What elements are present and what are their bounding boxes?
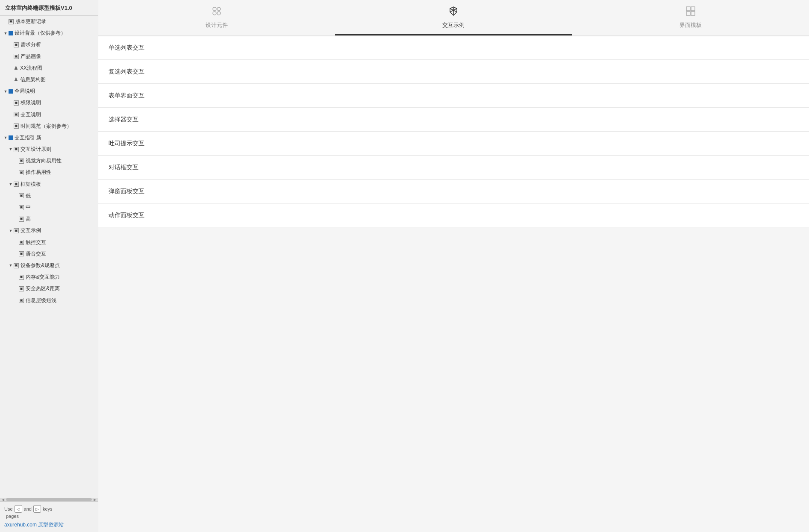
- sidebar-item-safe[interactable]: ▣ 安全热区&距离: [0, 283, 98, 294]
- interact-icon: [447, 5, 459, 19]
- tab-label-design: 设计元件: [206, 21, 228, 29]
- sidebar-item-interact-design[interactable]: ▼ ▣ 交互设计原则: [0, 144, 98, 155]
- section-popup[interactable]: 弹窗面板交互: [98, 180, 809, 203]
- right-key-icon: ▷: [33, 505, 41, 513]
- svg-rect-7: [686, 7, 690, 11]
- svg-rect-9: [686, 12, 690, 15]
- arrow-down-icon: ▼: [9, 147, 13, 152]
- hscroll-thumb[interactable]: [6, 498, 92, 501]
- arrow-down-icon: ▼: [9, 182, 13, 186]
- tab-label-template: 界面模板: [680, 21, 702, 29]
- sidebar-item-product[interactable]: ▣ 产品画像: [0, 51, 98, 62]
- svg-point-3: [217, 12, 221, 15]
- sidebar-item-interact-desc[interactable]: ▣ 交互说明: [0, 109, 98, 121]
- page-icon: ▣: [14, 54, 19, 59]
- sidebar-bottom: Use ◁ and ▷ keys pages axurehub.com 原型资源…: [0, 501, 98, 532]
- folder-icon: [9, 89, 13, 94]
- sidebar-item-time-spec[interactable]: ▣ 时间规范（案例参考）: [0, 121, 98, 132]
- sidebar-item-high[interactable]: ▣ 高: [0, 213, 98, 225]
- page-icon: ▣: [14, 147, 19, 152]
- section-selector[interactable]: 选择器交互: [98, 108, 809, 132]
- person-icon: ♟: [14, 64, 18, 72]
- grid-icon: [685, 5, 697, 19]
- keys-text: keys: [43, 506, 53, 511]
- sidebar-item-global-desc[interactable]: ▼ 全局说明: [0, 85, 98, 97]
- sidebar-item-device[interactable]: ▼ ▣ 设备参数&规避点: [0, 260, 98, 271]
- use-text: Use: [4, 506, 13, 511]
- sidebar-item-auth[interactable]: ▣ 权限说明: [0, 97, 98, 109]
- arrow-down-icon: ▼: [3, 31, 8, 35]
- sidebar-tree: ▣ 版本更新记录 ▼ 设计背景（仅供参考） ▣ 需求分析 ▣ 产品画像 ♟ XX…: [0, 16, 98, 498]
- left-key-icon: ◁: [15, 505, 22, 513]
- folder-icon: [9, 135, 13, 140]
- tab-label-interact: 交互示例: [442, 21, 465, 29]
- sidebar-item-interact-ex[interactable]: ▼ ▣ 交互示例: [0, 225, 98, 236]
- person-icon: ♟: [14, 76, 18, 84]
- sidebar-item-low[interactable]: ▣ 低: [0, 190, 98, 202]
- page-icon: ▣: [19, 275, 24, 280]
- page-icon: ▣: [14, 123, 19, 129]
- sidebar-item-mid[interactable]: ▣ 中: [0, 202, 98, 213]
- sidebar-item-frame[interactable]: ▼ ▣ 框架模板: [0, 179, 98, 190]
- sidebar-item-demand[interactable]: ▣ 需求分析: [0, 39, 98, 50]
- pages-text: pages: [6, 514, 94, 519]
- section-action[interactable]: 动作面板交互: [98, 204, 809, 227]
- svg-point-0: [213, 7, 216, 11]
- tabs-bar: 设计元件 交互示例 界面模板: [98, 0, 809, 36]
- tab-interact-example[interactable]: 交互示例: [335, 0, 572, 35]
- sidebar-item-design-bg[interactable]: ▼ 设计背景（仅供参考）: [0, 27, 98, 39]
- svg-rect-10: [691, 12, 695, 15]
- arrow-down-icon: ▼: [3, 89, 8, 94]
- arrow-down-icon: ▼: [9, 229, 13, 233]
- arrow-down-icon: ▼: [3, 135, 8, 140]
- page-icon: ▣: [9, 19, 14, 24]
- page-icon: ▣: [19, 217, 24, 222]
- section-single-list[interactable]: 单选列表交互: [98, 36, 809, 60]
- folder-icon: [9, 31, 13, 35]
- page-icon: ▣: [19, 251, 24, 256]
- sidebar-item-info-level[interactable]: ▣ 信息层级短浅: [0, 295, 98, 306]
- page-icon: ▣: [14, 263, 19, 268]
- page-icon: ▣: [14, 182, 19, 187]
- page-icon: ▣: [19, 159, 24, 164]
- sidebar-item-xx-flow[interactable]: ♟ XX流程图: [0, 62, 98, 74]
- svg-rect-8: [691, 7, 695, 11]
- page-icon: ▣: [19, 193, 24, 198]
- page-icon: ▣: [14, 112, 19, 117]
- svg-point-2: [213, 12, 216, 15]
- components-icon: [211, 5, 223, 19]
- page-icon: ▣: [14, 42, 19, 47]
- sidebar-hscroll[interactable]: ◀ ▶: [0, 498, 98, 501]
- sidebar-item-memory[interactable]: ▣ 内存&交互能力: [0, 271, 98, 283]
- sidebar-item-interact-guide[interactable]: ▼ 交互指引 新: [0, 132, 98, 144]
- tab-design-elements[interactable]: 设计元件: [98, 0, 335, 35]
- sidebar-item-visual[interactable]: ▣ 视觉方向易用性: [0, 155, 98, 167]
- sidebar-item-touch[interactable]: ▣ 触控交互: [0, 237, 98, 248]
- section-multi-list[interactable]: 复选列表交互: [98, 60, 809, 84]
- sidebar-item-version[interactable]: ▣ 版本更新记录: [0, 16, 98, 27]
- content-area: 单选列表交互 复选列表交互 表单界面交互 选择器交互 吐司提示交互 对话框交互 …: [98, 36, 809, 532]
- page-icon: ▣: [19, 205, 24, 210]
- app-title: 立林室内终端原型模板V1.0: [0, 0, 98, 16]
- tab-ui-template[interactable]: 界面模板: [572, 0, 809, 35]
- section-dialog[interactable]: 对话框交互: [98, 156, 809, 179]
- page-icon: ▣: [19, 286, 24, 291]
- and-text: and: [24, 506, 32, 511]
- section-form[interactable]: 表单界面交互: [98, 84, 809, 108]
- keys-hint: Use ◁ and ▷ keys: [4, 505, 94, 513]
- section-toast[interactable]: 吐司提示交互: [98, 132, 809, 156]
- brand-link[interactable]: axurehub.com 原型资源站: [4, 521, 94, 529]
- sidebar-item-op-ease[interactable]: ▣ 操作易用性: [0, 167, 98, 178]
- page-icon: ▣: [19, 170, 24, 175]
- sidebar-item-voice[interactable]: ▣ 语音交互: [0, 248, 98, 260]
- page-icon: ▣: [14, 100, 19, 106]
- main-area: 设计元件 交互示例 界面模板: [98, 0, 809, 532]
- arrow-down-icon: ▼: [9, 264, 13, 268]
- sidebar: 立林室内终端原型模板V1.0 ▣ 版本更新记录 ▼ 设计背景（仅供参考） ▣ 需…: [0, 0, 98, 532]
- page-icon: ▣: [14, 228, 19, 233]
- svg-point-1: [217, 7, 221, 11]
- page-icon: ▣: [19, 298, 24, 303]
- sidebar-item-info-arch[interactable]: ♟ 信息架构图: [0, 74, 98, 85]
- page-icon: ▣: [19, 240, 24, 245]
